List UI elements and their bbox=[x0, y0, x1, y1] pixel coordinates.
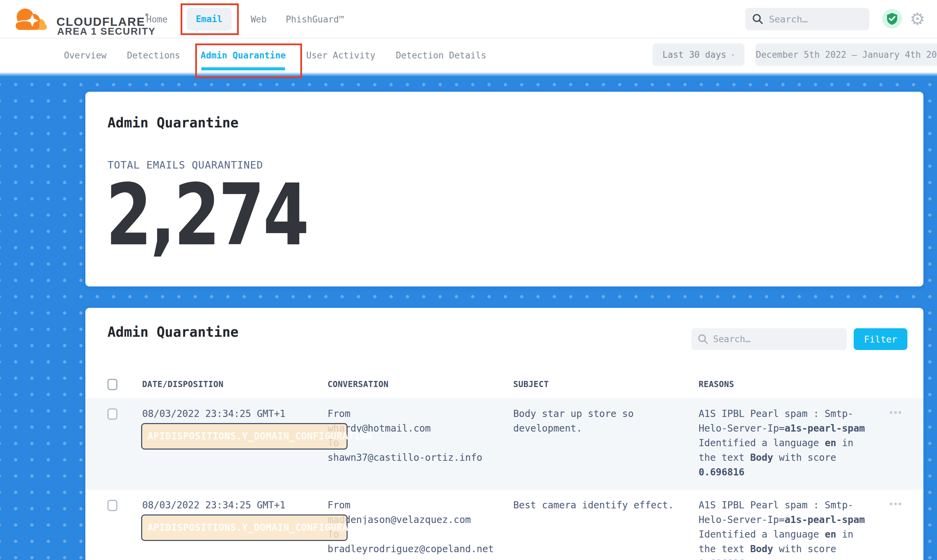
to-label: To bbox=[327, 527, 505, 542]
row-subject: Body star up store so development. bbox=[513, 406, 676, 480]
from-label: From bbox=[327, 406, 505, 421]
column-header-reasons: REASONS bbox=[699, 380, 889, 389]
quarantine-table-body: 08/03/2022 23:34:25 GMT+1 From whardy@ho… bbox=[85, 398, 923, 560]
nav-item-email-wrap: Email bbox=[187, 8, 232, 31]
table-search-input[interactable] bbox=[713, 334, 841, 344]
column-header-subject: SUBJECT bbox=[513, 380, 699, 389]
select-all-checkbox[interactable] bbox=[108, 379, 117, 390]
global-search-input[interactable] bbox=[769, 14, 863, 25]
stats-card: Admin Quarantine TOTAL EMAILS QUARANTINE… bbox=[85, 92, 923, 286]
column-header-date: DATE/DISPOSITION bbox=[142, 380, 327, 389]
header-right: ⚙ bbox=[740, 0, 937, 38]
nav-item-phishguard[interactable]: PhishGuard™ bbox=[286, 14, 344, 25]
cloudflare-logo[interactable]: CLOUDFLARE® AREA 1 SECURITY bbox=[13, 4, 159, 35]
nav-item-email[interactable]: Email bbox=[187, 8, 232, 31]
global-search bbox=[745, 8, 869, 30]
table-search bbox=[692, 328, 847, 350]
row-date: 08/03/2022 23:34:25 GMT+1 bbox=[142, 406, 327, 480]
row-conversation: From whardy@hotmail.com To shawn37@casti… bbox=[327, 406, 505, 480]
from-address: maddenjason@velazquez.com bbox=[327, 512, 505, 527]
shield-check-icon bbox=[886, 12, 898, 25]
row-reasons: A1S IPBL Pearl spam : Smtp-Helo-Server-I… bbox=[699, 406, 869, 480]
row-subject: Best camera identify effect. bbox=[513, 498, 676, 560]
top-nav: Home Email Web PhishGuard™ bbox=[146, 0, 344, 38]
tabs: Overview Detections Admin Quarantine Use… bbox=[64, 38, 486, 72]
select-row-checkbox[interactable] bbox=[108, 408, 117, 420]
tab-admin-quarantine[interactable]: Admin Quarantine bbox=[201, 50, 286, 60]
period-selector-label: Last 30 days bbox=[662, 49, 727, 60]
column-header-conversation: CONVERSATION bbox=[327, 380, 513, 389]
chevron-down-icon: ▾ bbox=[731, 51, 735, 58]
brand-tagline: AREA 1 SECURITY bbox=[57, 26, 156, 37]
quarantine-table: DATE/DISPOSITION CONVERSATION SUBJECT RE… bbox=[85, 371, 923, 560]
select-row-checkbox[interactable] bbox=[108, 500, 117, 511]
tab-detection-details[interactable]: Detection Details bbox=[396, 50, 486, 60]
row-reasons: A1S IPBL Pearl spam : Smtp-Helo-Server-I… bbox=[699, 498, 869, 560]
quarantine-card: Admin Quarantine Filter DATE/DISPOSITION… bbox=[85, 308, 923, 560]
tab-admin-quarantine-label: Admin Quarantine bbox=[201, 50, 286, 60]
to-address: bradleyrodriguez@copeland.net bbox=[327, 542, 505, 556]
nav-item-web[interactable]: Web bbox=[251, 14, 267, 25]
to-label: To bbox=[327, 435, 505, 450]
top-header: CLOUDFLARE® AREA 1 SECURITY Home Email W… bbox=[0, 0, 937, 38]
from-label: From bbox=[327, 498, 505, 512]
search-icon bbox=[752, 13, 764, 25]
cloudflare-cloud-icon bbox=[13, 5, 48, 32]
table-row: 08/03/2022 23:34:25 GMT+1 From maddenjas… bbox=[85, 490, 923, 560]
filter-button[interactable]: Filter bbox=[854, 328, 908, 350]
active-tab-underline bbox=[201, 67, 285, 70]
row-conversation: From maddenjason@velazquez.com To bradle… bbox=[327, 498, 505, 560]
row-more-menu-icon[interactable] bbox=[890, 411, 905, 414]
row-date: 08/03/2022 23:34:25 GMT+1 bbox=[142, 498, 327, 560]
period-selector[interactable]: Last 30 days ▾ bbox=[653, 43, 744, 66]
stats-card-title: Admin Quarantine bbox=[108, 115, 238, 131]
row-more-menu-icon[interactable] bbox=[890, 503, 905, 505]
to-address: shawn37@castillo-ortiz.info bbox=[327, 450, 505, 465]
date-range[interactable]: December 5th 2022 — January 4th 2023 bbox=[755, 43, 937, 66]
settings-gear-icon[interactable]: ⚙ bbox=[910, 5, 925, 32]
sub-nav: Overview Detections Admin Quarantine Use… bbox=[0, 38, 937, 72]
tab-user-activity[interactable]: User Activity bbox=[306, 50, 375, 60]
table-header-row: DATE/DISPOSITION CONVERSATION SUBJECT RE… bbox=[85, 371, 923, 398]
main-content: Admin Quarantine TOTAL EMAILS QUARANTINE… bbox=[0, 72, 937, 560]
verified-shield-badge[interactable] bbox=[882, 9, 902, 29]
quarantine-card-title: Admin Quarantine bbox=[108, 324, 238, 340]
metric-value: 2,274 bbox=[106, 172, 307, 258]
nav-item-home[interactable]: Home bbox=[146, 14, 168, 25]
tab-overview[interactable]: Overview bbox=[64, 50, 107, 60]
table-row: 08/03/2022 23:34:25 GMT+1 From whardy@ho… bbox=[85, 398, 923, 490]
search-icon bbox=[698, 334, 709, 345]
tab-detections[interactable]: Detections bbox=[127, 50, 180, 60]
from-address: whardy@hotmail.com bbox=[327, 421, 505, 435]
